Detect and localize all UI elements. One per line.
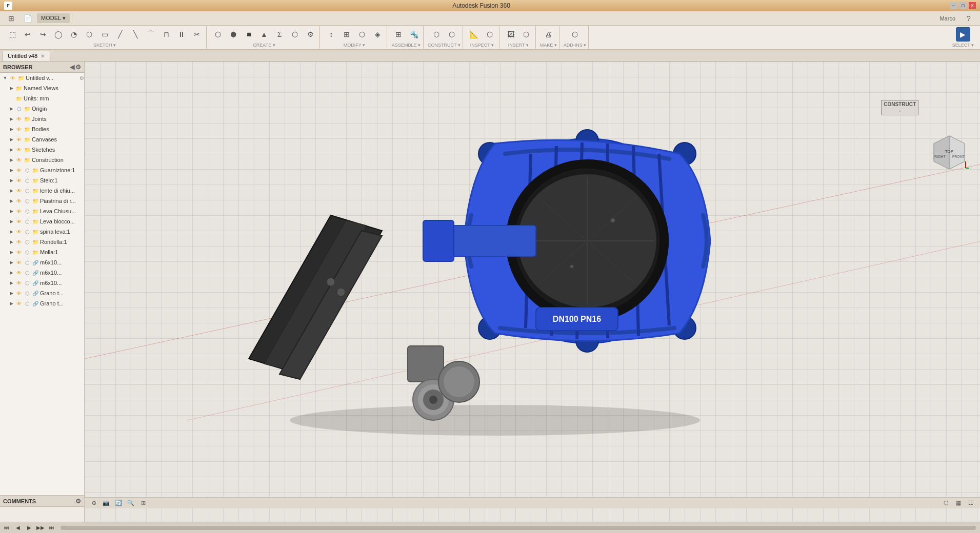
modify-btn-2[interactable]: ⊞ — [339, 27, 354, 42]
sketch-btn-3[interactable]: ↪ — [36, 27, 50, 42]
tree-eye-root[interactable]: 👁 — [9, 74, 16, 81]
viewcube[interactable]: TOP FRONT RIGHT — [929, 133, 970, 174]
inspect-btn-1[interactable]: 📐 — [467, 27, 482, 42]
tree-eye-canvases[interactable]: 👁 — [15, 136, 23, 143]
tree-eye-leva-blocco[interactable]: 👁 — [15, 218, 23, 225]
tree-eye-stelo[interactable]: 👁 — [15, 177, 23, 184]
tree-item-lente[interactable]: ▶ 👁 ⬡ 📁 lente di chiu... — [0, 186, 84, 196]
view-mode-btn-3[interactable]: ☷ — [966, 499, 976, 508]
browser-collapse-btn[interactable]: ◀ — [70, 64, 74, 71]
create-btn-4[interactable]: ▲ — [257, 27, 271, 42]
tree-item-m6x10-3[interactable]: ▶ 👁 ⬡ 🔗 m6x10... — [0, 278, 84, 288]
tree-eye-joints[interactable]: 👁 — [15, 115, 23, 122]
sketch-btn-12[interactable]: ⏸ — [174, 27, 189, 42]
tree-item-spina-leva[interactable]: ▶ 👁 ⬡ 📁 spina leva:1 — [0, 227, 84, 237]
fit-btn[interactable]: ⊞ — [138, 499, 148, 508]
close-button[interactable]: ✕ — [969, 2, 976, 9]
help-btn[interactable]: ? — [962, 11, 976, 26]
construct-btn-1[interactable]: ⬡ — [429, 27, 444, 42]
zoom-btn[interactable]: 🔍 — [126, 499, 136, 508]
skip-start-btn[interactable]: ⏮ — [2, 523, 11, 532]
tree-item-m6x10-1[interactable]: ▶ 👁 ⬡ 🔗 m6x10... — [0, 257, 84, 268]
assemble-btn-2[interactable]: 🔩 — [407, 27, 421, 42]
create-btn-6[interactable]: ⬡ — [288, 27, 302, 42]
create-btn-7[interactable]: ⚙ — [303, 27, 317, 42]
tree-eye-m6x10-3[interactable]: 👁 — [15, 279, 23, 286]
orbit-btn[interactable]: ⊕ — [89, 499, 99, 508]
tree-eye-bodies[interactable]: 👁 — [15, 126, 23, 133]
sketch-btn-2[interactable]: ↩ — [21, 27, 35, 42]
tree-item-canvases[interactable]: ▶ 👁 📁 Canvases — [0, 134, 84, 145]
tree-settings-root[interactable]: ⚙ — [79, 75, 84, 81]
rotate-btn[interactable]: 🔄 — [113, 499, 124, 508]
tree-eye-molla[interactable]: 👁 — [15, 249, 23, 256]
tab-untitled[interactable]: Untitled v48 ✕ — [2, 51, 50, 61]
sketch-btn-9[interactable]: ╲ — [128, 27, 143, 42]
tree-item-bodies[interactable]: ▶ 👁 📁 Bodies — [0, 124, 84, 134]
select-btn-1[interactable]: ▶ — [956, 27, 970, 42]
sketch-btn-1[interactable]: ⬚ — [5, 27, 19, 42]
sketch-btn-10[interactable]: ⌒ — [144, 27, 158, 42]
sketch-btn-7[interactable]: ▭ — [97, 27, 112, 42]
tree-item-root[interactable]: ▼ 👁 📁 Untitled v... ⚙ — [0, 73, 84, 83]
insert-btn-1[interactable]: 🖼 — [504, 27, 518, 42]
view-mode-btn-1[interactable]: ⬡ — [941, 499, 951, 508]
tree-eye-rondella[interactable]: 👁 — [15, 238, 23, 245]
tree-item-leva-chiusa[interactable]: ▶ 👁 ⬡ 📁 Leva Chiusu... — [0, 206, 84, 216]
tree-item-leva-blocco[interactable]: ▶ 👁 ⬡ 📁 Leva blocco... — [0, 216, 84, 227]
tree-eye-grano-2[interactable]: 👁 — [15, 300, 23, 307]
quick-access-btn[interactable]: ⊞ — [4, 11, 18, 26]
addins-btn-1[interactable]: ⬡ — [568, 27, 582, 42]
construct-btn-2[interactable]: ⬡ — [445, 27, 459, 42]
skip-end-btn[interactable]: ⏭ — [47, 523, 56, 532]
tree-item-origin[interactable]: ▶ ⬡ 📁 Origin — [0, 104, 84, 114]
comments-settings-btn[interactable]: ⚙ — [75, 498, 81, 505]
tree-item-guarnizione[interactable]: ▶ 👁 ⬡ 📁 Guarnizione:1 — [0, 165, 84, 175]
tree-item-joints[interactable]: ▶ 👁 📁 Joints — [0, 114, 84, 124]
maximize-button[interactable]: □ — [959, 2, 967, 9]
tree-item-m6x10-2[interactable]: ▶ 👁 ⬡ 🔗 m6x10... — [0, 268, 84, 278]
prev-btn[interactable]: ◀ — [13, 523, 23, 532]
insert-btn-2[interactable]: ⬡ — [519, 27, 533, 42]
tree-eye-m6x10-1[interactable]: 👁 — [15, 259, 23, 266]
tree-eye-spina-leva[interactable]: 👁 — [15, 228, 23, 235]
tree-item-rondella[interactable]: ▶ 👁 ⬡ 📁 Rondella:1 — [0, 237, 84, 247]
minimize-button[interactable]: ─ — [950, 2, 957, 9]
next-btn[interactable]: ▶▶ — [36, 523, 45, 532]
create-btn-3[interactable]: ◾ — [242, 27, 256, 42]
tree-eye-grano-1[interactable]: 👁 — [15, 290, 23, 297]
camera-btn[interactable]: 📷 — [101, 499, 111, 508]
tree-eye-guarnizione[interactable]: 👁 — [15, 167, 23, 174]
sketch-btn-8[interactable]: ╱ — [113, 27, 127, 42]
tree-item-stelo[interactable]: ▶ 👁 ⬡ 📁 Stelo:1 — [0, 175, 84, 186]
modify-btn-3[interactable]: ⬡ — [355, 27, 369, 42]
tree-item-grano-2[interactable]: ▶ 👁 ⬡ 🔗 Grano t... — [0, 298, 84, 309]
tree-eye-sketches[interactable]: 👁 — [15, 146, 23, 153]
browser-settings-btn[interactable]: ⚙ — [75, 64, 81, 71]
modify-btn-1[interactable]: ↕ — [324, 27, 338, 42]
tree-item-piastrina[interactable]: ▶ 👁 ⬡ 📁 Piastrina di r... — [0, 196, 84, 206]
modify-btn-4[interactable]: ◈ — [370, 27, 385, 42]
sketch-btn-13[interactable]: ✂ — [190, 27, 204, 42]
make-btn-1[interactable]: 🖨 — [541, 27, 555, 42]
create-btn-5[interactable]: Σ — [272, 27, 287, 42]
tree-item-molla[interactable]: ▶ 👁 ⬡ 📁 Molla:1 — [0, 247, 84, 257]
model-menu[interactable]: MODEL ▾ — [37, 13, 70, 23]
timeline-bar[interactable] — [61, 526, 976, 530]
tree-eye-lente[interactable]: 👁 — [15, 187, 23, 194]
viewport[interactable]: DN100 PN16 — [85, 61, 980, 522]
sketch-btn-6[interactable]: ⬡ — [82, 27, 96, 42]
tree-item-named-views[interactable]: ▶ 📁 Named Views — [0, 83, 84, 93]
tree-item-sketches[interactable]: ▶ 👁 📁 Sketches — [0, 145, 84, 155]
tree-item-construction[interactable]: ▶ 👁 📁 Construction — [0, 155, 84, 165]
create-btn-2[interactable]: ⬢ — [226, 27, 241, 42]
file-btn[interactable]: 📄 — [21, 11, 35, 26]
create-btn-1[interactable]: ⬡ — [211, 27, 225, 42]
tree-eye-leva-chiusa[interactable]: 👁 — [15, 208, 23, 215]
view-mode-btn-2[interactable]: ▦ — [953, 499, 964, 508]
tree-eye-construction[interactable]: 👁 — [15, 156, 23, 163]
tree-eye-piastrina[interactable]: 👁 — [15, 197, 23, 204]
inspect-btn-2[interactable]: ⬡ — [483, 27, 497, 42]
play-btn[interactable]: ▶ — [25, 523, 34, 532]
sketch-btn-4[interactable]: ◯ — [51, 27, 66, 42]
